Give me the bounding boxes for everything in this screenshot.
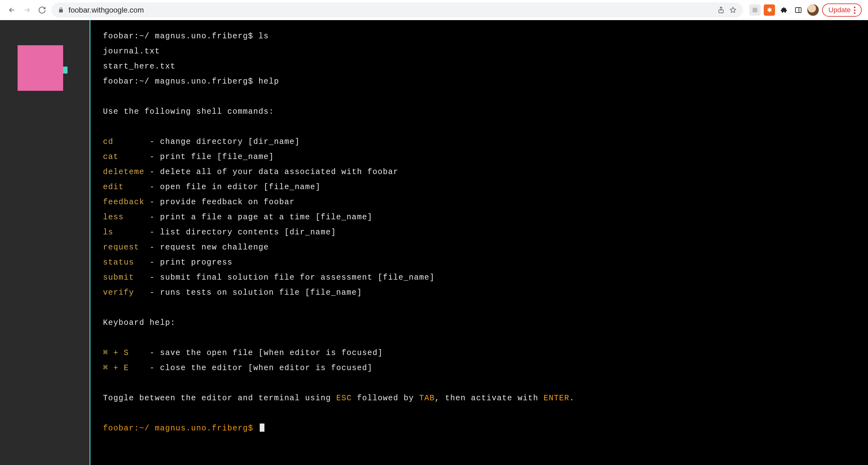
reload-icon [38,6,46,14]
app-content: foobar:~/ magnus.uno.friberg$ ls journal… [0,20,868,465]
keyboard-heading: Keyboard help: [103,318,176,327]
active-prompt: foobar:~/ magnus.uno.friberg$ [103,424,258,433]
lock-icon [58,7,64,13]
extensions-puzzle-icon[interactable] [778,4,789,16]
update-label: Update [829,6,851,14]
terminal-pane[interactable]: foobar:~/ magnus.uno.friberg$ ls journal… [90,20,868,465]
forward-button[interactable] [21,4,33,16]
profile-avatar[interactable] [807,4,819,16]
logo-flag-icon [63,67,67,74]
url-text: foobar.withgoogle.com [68,6,144,14]
address-bar[interactable]: foobar.withgoogle.com [52,2,743,18]
update-button[interactable]: Update [822,3,862,17]
cursor-icon [260,424,265,432]
svg-rect-2 [796,7,801,12]
commands-list: cd - change directory [dir_name] cat - p… [103,137,435,297]
share-icon[interactable] [717,6,725,14]
help-heading: Use the following shell commands: [103,107,274,116]
sidepanel-icon[interactable] [793,4,804,16]
menu-dots-icon [854,7,856,14]
ls-output: journal.txt start_here.txt [103,47,176,71]
toolbar-right: ✱ Update [747,3,862,17]
terminal-output: foobar:~/ magnus.uno.friberg$ ls journal… [90,20,868,445]
reload-button[interactable] [36,4,48,16]
extension-1-icon[interactable] [749,4,761,16]
prompt-line: foobar:~/ magnus.uno.friberg$ help [103,77,279,86]
prompt-line: foobar:~/ magnus.uno.friberg$ ls [103,32,269,41]
arrow-right-icon [23,6,31,14]
foobar-logo [18,45,63,91]
browser-toolbar: foobar.withgoogle.com ✱ Update [0,0,868,20]
sidebar [0,20,90,465]
toggle-hint: Toggle between the editor and terminal u… [103,394,575,403]
extension-2-icon[interactable]: ✱ [764,4,775,16]
keyboard-shortcuts: ⌘ + S - save the open file [when editor … [103,348,383,373]
back-button[interactable] [6,4,18,16]
svg-rect-1 [753,8,757,12]
arrow-left-icon [8,6,16,14]
address-actions [717,6,737,14]
star-icon[interactable] [729,6,737,14]
